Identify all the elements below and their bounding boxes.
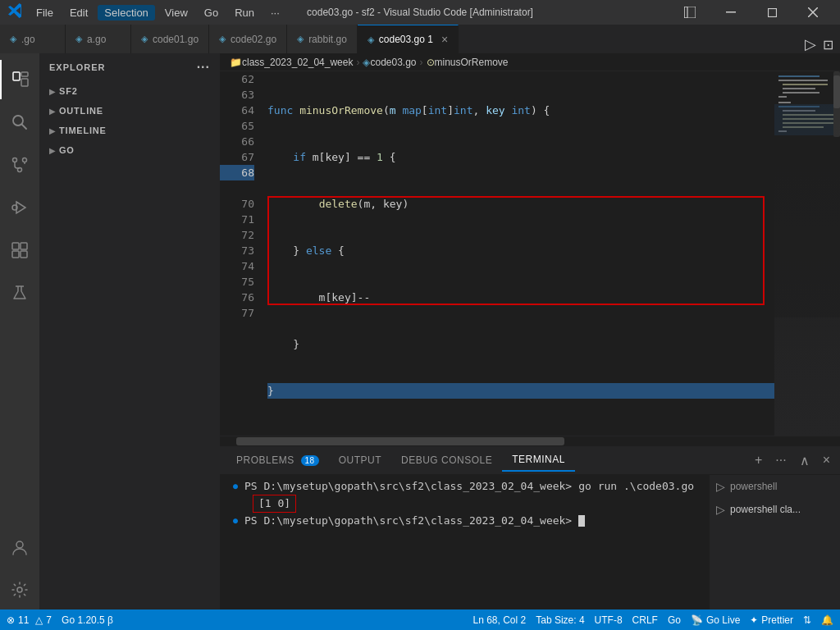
breadcrumb-part3[interactable]: minusOrRemove	[435, 57, 509, 68]
panel-tab-debug-console[interactable]: DEBUG CONSOLE	[391, 450, 502, 471]
func-breadcrumb-icon: ⊙	[427, 57, 435, 68]
horizontal-scrollbar[interactable]	[220, 436, 840, 445]
tab-code03-close[interactable]: ×	[441, 33, 448, 46]
activity-search[interactable]	[0, 103, 39, 142]
panel-tab-terminal[interactable]: TERMINAL	[502, 449, 575, 472]
statusbar: ⊗ 11 △ 7 Go 1.20.5 β Ln 68, Col 2 Tab Si…	[0, 609, 840, 630]
tab-ago[interactable]: ◈ a.go	[66, 25, 131, 53]
status-prettier[interactable]: ✦ Prettier	[750, 614, 793, 626]
menu-go[interactable]: Go	[198, 5, 225, 21]
close-btn[interactable]	[794, 0, 832, 25]
svg-rect-39	[833, 75, 840, 108]
code-line-65: } else {	[267, 243, 774, 258]
vscode-icon	[8, 3, 23, 22]
status-go-live[interactable]: 📡 Go Live	[691, 614, 740, 626]
window-title: code03.go - sf2 - Visual Studio Code [Ad…	[307, 7, 533, 18]
menu-view[interactable]: View	[158, 5, 194, 21]
panel-close-btn[interactable]: ×	[819, 451, 833, 469]
svg-rect-25	[783, 84, 828, 85]
minimap[interactable]	[774, 71, 840, 436]
activity-git[interactable]	[0, 145, 39, 185]
menu-selection[interactable]: Selection	[98, 5, 154, 21]
panel-more-btn[interactable]: ···	[772, 451, 789, 469]
tab-code03[interactable]: ◈ code03.go 1 ×	[358, 25, 459, 53]
tab-ago-label: a.go	[87, 34, 106, 45]
tab-go[interactable]: ◈ .go	[0, 25, 66, 53]
code-editor[interactable]: func minusOrRemove(m map[int]int, key in…	[261, 71, 774, 436]
sidebar-item-outline[interactable]: ▶ OUTLINE	[39, 104, 220, 117]
sidebar-item-sf2[interactable]: ▶ SF2	[39, 84, 220, 98]
status-line-ending[interactable]: CRLF	[632, 614, 658, 626]
sf2-arrow-icon: ▶	[49, 87, 56, 96]
activity-run-debug[interactable]	[0, 188, 39, 227]
status-errors[interactable]: ⊗ 11 △ 7	[7, 614, 52, 626]
tab-go-label: .go	[21, 34, 35, 45]
code-line-68: }	[267, 383, 774, 399]
tab-code02[interactable]: ◈ code02.go	[209, 25, 287, 53]
tab-code03-label: code03.go 1	[379, 34, 433, 45]
svg-rect-7	[21, 72, 28, 76]
svg-rect-0	[684, 7, 696, 18]
terminal-sidebar: ▷ powershell ▷ powershell cla...	[709, 475, 840, 609]
sidebar-more-btn[interactable]: ···	[197, 60, 210, 75]
terminal-cursor	[578, 515, 585, 527]
tab-rabbit[interactable]: ◈ rabbit.go	[287, 25, 358, 53]
svg-rect-16	[12, 243, 19, 249]
activity-explorer[interactable]	[0, 60, 39, 99]
activity-test[interactable]	[0, 273, 39, 313]
menu-more[interactable]: ···	[264, 5, 286, 21]
status-notifications[interactable]: 🔔	[821, 614, 833, 626]
editor-wrapper[interactable]: func minusOrRemove(m map[int]int, key in…	[261, 71, 774, 436]
breadcrumb-sep2: ›	[420, 57, 423, 68]
activitybar	[0, 53, 39, 609]
editor-content: 62 63 64 65 66 67 68 70 71 72 73 74 75 7…	[220, 71, 840, 436]
breadcrumb-part1[interactable]: class_2023_02_04_week	[242, 57, 353, 68]
terminal-content[interactable]: ● PS D:\mysetup\gopath\src\sf2\class_202…	[220, 475, 709, 609]
tab-code01[interactable]: ◈ code01.go	[131, 25, 209, 53]
split-editor-btn[interactable]: ⊡	[823, 37, 833, 52]
activity-settings[interactable]	[0, 570, 39, 609]
sidebar-section-go: ▶ GO	[39, 140, 220, 160]
panel-tab-problems[interactable]: PROBLEMS 18	[226, 450, 329, 471]
activity-account[interactable]	[0, 527, 39, 567]
tab-rabbit-label: rabbit.go	[308, 34, 347, 45]
minimize-btn[interactable]	[712, 0, 750, 25]
panel-add-btn[interactable]: +	[751, 451, 765, 469]
minimap-canvas	[774, 71, 840, 436]
terminal-line-1: ● PS D:\mysetup\gopath\src\sf2\class_202…	[233, 478, 696, 495]
terminal-cmd-1: go run .\code03.go	[578, 478, 694, 495]
status-go-version[interactable]: Go 1.20.5 β	[62, 614, 113, 626]
terminal-instance-powershell[interactable]: ▷ powershell	[710, 475, 840, 498]
svg-rect-28	[778, 96, 787, 98]
breadcrumb-part2[interactable]: code03.go	[370, 57, 416, 68]
sidebar-layout-btn[interactable]	[671, 0, 709, 25]
terminal-prompt-3: PS D:\mysetup\gopath\src\sf2\class_2023_…	[244, 513, 572, 529]
terminal-instance-powershell-cla[interactable]: ▷ powershell cla...	[710, 498, 840, 521]
status-tab-size[interactable]: Tab Size: 4	[536, 614, 584, 626]
status-encoding[interactable]: UTF-8	[595, 614, 623, 626]
svg-rect-27	[783, 92, 819, 94]
run-code-btn[interactable]: ▷	[805, 35, 816, 53]
terminal-output-box: [1 0]	[253, 495, 296, 513]
menu-edit[interactable]: Edit	[63, 5, 94, 21]
status-language[interactable]: Go	[668, 614, 681, 626]
sidebar-item-go[interactable]: ▶ GO	[39, 144, 220, 157]
status-sync[interactable]: ⇅	[803, 614, 811, 626]
panel-tab-output[interactable]: OUTPUT	[329, 450, 391, 471]
language-label: Go	[668, 614, 681, 626]
svg-rect-37	[774, 104, 840, 135]
svg-rect-23	[778, 75, 819, 77]
menu-run[interactable]: Run	[228, 5, 261, 21]
sidebar-item-timeline[interactable]: ▶ TIMELINE	[39, 124, 220, 137]
terminal-line-3: ● PS D:\mysetup\gopath\src\sf2\class_202…	[233, 513, 696, 529]
terminal-dot-3: ●	[233, 513, 238, 529]
sidebar-header: EXPLORER ···	[39, 53, 220, 81]
activity-extensions[interactable]	[0, 231, 39, 270]
terminal-dot-1: ●	[233, 478, 238, 495]
panel-expand-btn[interactable]: ∧	[797, 451, 813, 470]
terminal-line-2: [1 0]	[233, 495, 696, 513]
menu-file[interactable]: File	[30, 5, 60, 21]
svg-rect-29	[778, 102, 791, 103]
status-cursor-position[interactable]: Ln 68, Col 2	[473, 614, 527, 626]
maximize-btn[interactable]	[753, 0, 791, 25]
